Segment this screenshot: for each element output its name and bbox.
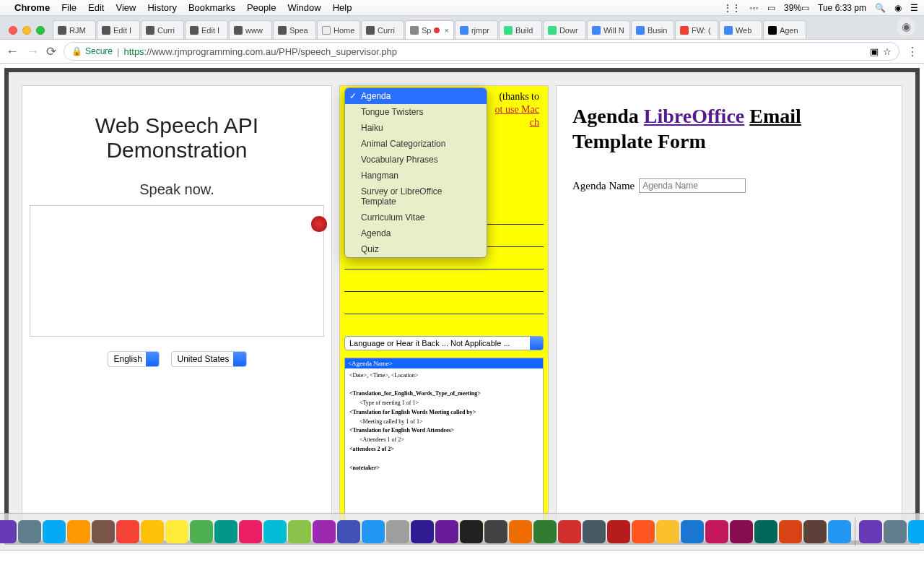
dock-app-icon[interactable] <box>411 520 434 543</box>
chrome-menu-icon[interactable]: ⋮ <box>907 45 918 59</box>
clock[interactable]: Tue 6:33 pm <box>818 3 866 13</box>
browser-tab[interactable]: Build <box>499 20 542 39</box>
display-icon[interactable]: ▭ <box>767 3 775 13</box>
agenda-name-input[interactable] <box>639 178 746 193</box>
back-button[interactable]: ← <box>6 44 19 59</box>
dock-app-icon[interactable] <box>884 520 907 543</box>
dock-app-icon[interactable] <box>632 520 655 543</box>
browser-tab[interactable]: rjmpr <box>455 20 498 39</box>
notification-center-icon[interactable]: ☰ <box>910 3 918 13</box>
browser-tab[interactable]: Curri <box>361 20 404 39</box>
user-icon[interactable]: ◉ <box>894 3 902 13</box>
profile-button[interactable]: ◉ <box>897 17 915 36</box>
dock-app-icon[interactable] <box>67 520 90 543</box>
dropdown-option[interactable]: Vocabulary Phrases <box>345 152 487 168</box>
close-tab-icon[interactable]: × <box>444 26 448 35</box>
libreoffice-link[interactable]: LibreOffice <box>644 105 744 127</box>
dock-app-icon[interactable] <box>362 520 385 543</box>
wifi-icon[interactable]: ◦◦◦ <box>749 3 759 13</box>
dropdown-option[interactable]: Agenda <box>345 88 487 104</box>
dropdown-option[interactable]: Quiz <box>345 241 487 257</box>
browser-tab[interactable]: Curri <box>141 20 184 39</box>
dock-app-icon[interactable] <box>288 520 311 543</box>
microphone-icon[interactable] <box>311 216 327 232</box>
browser-tab[interactable]: Will N <box>587 20 630 39</box>
dock-app-icon[interactable] <box>43 520 66 543</box>
dock-app-icon[interactable] <box>460 520 483 543</box>
dock-app-icon[interactable] <box>558 520 581 543</box>
browser-tab[interactable]: Edit I <box>185 20 228 39</box>
dock-app-icon[interactable] <box>386 520 409 543</box>
dropdown-option[interactable]: Survey or LibreOffice Template <box>345 184 487 210</box>
browser-tab[interactable]: www <box>229 20 272 39</box>
menubar-app[interactable]: Chrome <box>14 2 50 13</box>
dock-app-icon[interactable] <box>165 520 188 543</box>
dock-app-icon[interactable] <box>705 520 728 543</box>
browser-tab[interactable]: Agen <box>763 20 806 39</box>
menubar-file[interactable]: File <box>61 2 77 13</box>
dock-app-icon[interactable] <box>313 520 336 543</box>
menubar-view[interactable]: View <box>116 2 136 13</box>
hear-back-select[interactable]: Language or Hear it Back ... Not Applica… <box>344 336 544 350</box>
browser-tab[interactable]: Home <box>317 20 360 39</box>
dropdown-option[interactable]: Animal Categorization <box>345 136 487 152</box>
dock-app-icon[interactable] <box>484 520 507 543</box>
dock-app-icon[interactable] <box>214 520 237 543</box>
browser-tab[interactable]: Sp× <box>405 20 454 39</box>
menubar-bookmarks[interactable]: Bookmarks <box>188 2 235 13</box>
dock-app-icon[interactable] <box>435 520 458 543</box>
dock-app-icon[interactable] <box>92 520 115 543</box>
dock-app-icon[interactable] <box>116 520 139 543</box>
dropdown-option[interactable]: Curriculum Vitae <box>345 210 487 225</box>
menubar-window[interactable]: Window <box>287 2 321 13</box>
dock-app-icon[interactable] <box>908 520 925 543</box>
camera-icon[interactable]: ▣ <box>870 46 879 57</box>
dropdown-option[interactable]: Haiku <box>345 120 487 136</box>
dock-app-icon[interactable] <box>0 520 17 543</box>
fullscreen-window-button[interactable] <box>36 26 45 35</box>
menubar-edit[interactable]: Edit <box>88 2 104 13</box>
dock-app-icon[interactable] <box>656 520 679 543</box>
close-window-button[interactable] <box>9 26 17 35</box>
dock-app-icon[interactable] <box>190 520 213 543</box>
speech-output-area[interactable] <box>30 205 324 337</box>
dock-app-icon[interactable] <box>141 520 164 543</box>
star-icon[interactable]: ☆ <box>883 46 892 57</box>
dock-app-icon[interactable] <box>239 520 262 543</box>
browser-tab[interactable]: Edit I <box>97 20 140 39</box>
language-select[interactable]: English <box>108 351 160 367</box>
browser-tab[interactable]: RJM <box>53 20 96 39</box>
menubar-history[interactable]: History <box>147 2 176 13</box>
country-select[interactable]: United States <box>171 351 247 367</box>
dock-app-icon[interactable] <box>583 520 606 543</box>
dock-app-icon[interactable] <box>337 520 360 543</box>
browser-tab[interactable]: Dowr <box>543 20 586 39</box>
dock-app-icon[interactable] <box>533 520 557 543</box>
dock-app-icon[interactable] <box>509 520 532 543</box>
dock-app-icon[interactable] <box>18 520 41 543</box>
address-bar[interactable]: 🔒 Secure | https://www.rjmprogramming.co… <box>64 42 899 61</box>
dock-app-icon[interactable] <box>803 520 827 543</box>
menubar-people[interactable]: People <box>247 2 276 13</box>
dock-app-icon[interactable] <box>828 520 851 543</box>
spotlight-icon[interactable]: 🔍 <box>875 3 886 13</box>
dock-app-icon[interactable] <box>681 520 704 543</box>
dock-app-icon[interactable] <box>607 520 630 543</box>
dock-app-icon[interactable] <box>263 520 287 543</box>
battery-status[interactable]: 39% ▭ <box>784 3 809 13</box>
dropdown-option[interactable]: Agenda <box>345 225 487 241</box>
bluetooth-icon[interactable]: ⋮⋮ <box>723 3 741 13</box>
reload-button[interactable]: ⟳ <box>46 44 56 59</box>
activity-dropdown[interactable]: AgendaTongue TwistersHaikuAnimal Categor… <box>344 87 487 258</box>
dock-app-icon[interactable] <box>730 520 753 543</box>
dropdown-option[interactable]: Tongue Twisters <box>345 104 487 120</box>
dock-app-icon[interactable] <box>859 520 882 543</box>
browser-tab[interactable]: Spea <box>273 20 316 39</box>
browser-tab[interactable]: FW: ( <box>675 20 718 39</box>
dock-app-icon[interactable] <box>779 520 802 543</box>
dropdown-option[interactable]: Hangman <box>345 168 487 184</box>
dock-app-icon[interactable] <box>754 520 777 543</box>
minimize-window-button[interactable] <box>22 26 31 35</box>
browser-tab[interactable]: Web <box>719 20 762 39</box>
browser-tab[interactable]: Busin <box>631 20 674 39</box>
